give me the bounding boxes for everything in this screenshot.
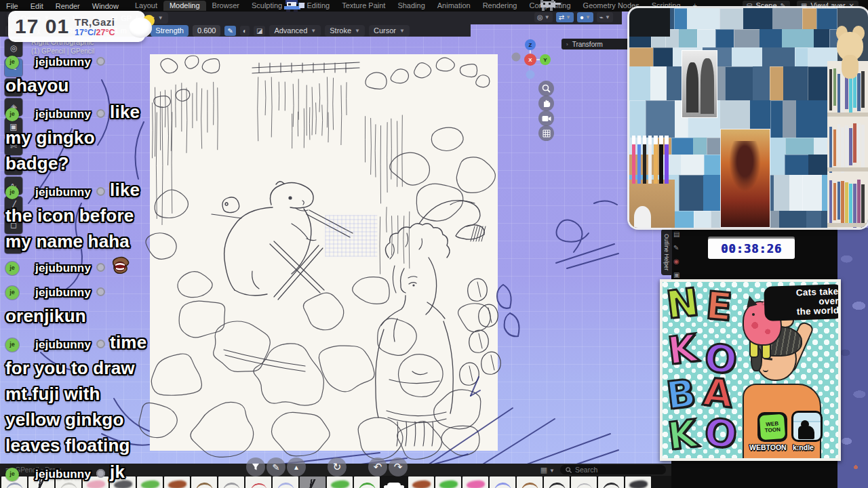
- funnel-button[interactable]: [246, 458, 265, 476]
- chat-avatar[interactable]: je: [5, 468, 19, 481]
- zoom-button[interactable]: [538, 81, 554, 96]
- brush-tile[interactable]: [571, 476, 597, 488]
- axis-gizmo[interactable]: Z Y X: [510, 37, 553, 81]
- brush-tile[interactable]: [327, 476, 353, 488]
- brush-tile[interactable]: [625, 476, 651, 488]
- chat-avatar[interactable]: je: [5, 108, 19, 121]
- temp-high: 27°C: [96, 28, 115, 37]
- outline-helper-tab[interactable]: Outline Helper: [661, 229, 672, 275]
- poster-tile: [762, 47, 796, 68]
- poster-tile: [806, 211, 823, 228]
- collapse-button[interactable]: ▲: [287, 458, 306, 476]
- invert-icon[interactable]: ◐: [240, 26, 250, 36]
- chat-avatar[interactable]: je: [5, 286, 19, 300]
- brush-tile[interactable]: [490, 476, 515, 488]
- brush-tile[interactable]: [544, 476, 570, 488]
- page-icon[interactable]: ▤: [673, 230, 679, 238]
- brush-tile[interactable]: [218, 476, 244, 488]
- artwork-background: NEKOBAKO Cats takeoverthe world: [663, 282, 838, 458]
- scream-emote: [110, 256, 130, 274]
- strength-value[interactable]: 0.600: [193, 25, 221, 37]
- menu-window[interactable]: Window: [86, 2, 125, 10]
- chat-username[interactable]: jejubunny: [35, 338, 91, 351]
- advanced-dropdown[interactable]: Advanced▼: [269, 25, 321, 37]
- menu-render[interactable]: Render: [50, 2, 86, 10]
- brush-tile[interactable]: [164, 476, 190, 488]
- chat-avatar[interactable]: je: [5, 338, 19, 352]
- brush-tile[interactable]: [300, 476, 326, 488]
- redo-button[interactable]: ↷: [389, 458, 408, 476]
- brush-tile[interactable]: [435, 476, 461, 488]
- brush-tile[interactable]: [381, 476, 407, 488]
- edit-button[interactable]: ✎: [267, 458, 285, 476]
- panel-icon-column: ▤ ✎ ◉ ▣: [673, 230, 679, 279]
- camera-view-button[interactable]: [538, 110, 554, 126]
- tab-texture-paint[interactable]: Texture Paint: [336, 1, 391, 11]
- brush-tile[interactable]: [354, 476, 380, 488]
- tab-layout[interactable]: Layout: [129, 1, 163, 11]
- overlay-icon[interactable]: ⌁▼: [597, 12, 613, 22]
- world-icon[interactable]: ◉: [673, 258, 679, 265]
- artwork-letter: K: [666, 415, 700, 456]
- brush-tile[interactable]: [191, 476, 217, 488]
- brush-icon[interactable]: ✎: [673, 244, 679, 251]
- chat-username[interactable]: jejubunny: [35, 286, 91, 299]
- search-input[interactable]: Search: [560, 465, 666, 474]
- pan-button[interactable]: [538, 96, 554, 111]
- chat-avatar[interactable]: je: [5, 56, 19, 69]
- strength-toggle[interactable]: Strength: [151, 25, 189, 37]
- tab-animation[interactable]: Animation: [431, 1, 477, 11]
- poster-tile: [693, 138, 708, 156]
- tab-shading[interactable]: Shading: [391, 1, 431, 11]
- menu-file[interactable]: File: [0, 2, 24, 10]
- book-spine: [857, 180, 861, 226]
- refresh-button[interactable]: ↻: [328, 458, 347, 476]
- chat-username[interactable]: jejubunny: [35, 468, 91, 481]
- tab-browser[interactable]: Browser: [206, 1, 245, 11]
- chat-username[interactable]: jejubunny: [35, 262, 91, 274]
- chat-username[interactable]: jejubunny: [35, 108, 91, 121]
- display-mode-icon[interactable]: ▦ ▼: [540, 466, 555, 474]
- monitor-icon[interactable]: ▣: [673, 271, 679, 279]
- brush-icon[interactable]: ✎: [224, 26, 235, 36]
- brush-tile[interactable]: [245, 476, 271, 488]
- brush-tile[interactable]: [517, 476, 542, 488]
- brush-tile[interactable]: [462, 476, 488, 488]
- tab-modeling[interactable]: Modeling: [163, 1, 206, 11]
- annotate-icon[interactable]: ◎▼: [534, 12, 553, 22]
- undo-button[interactable]: ↶: [368, 458, 387, 476]
- brush-tile[interactable]: [598, 476, 624, 488]
- stroke-dropdown[interactable]: Stroke▼: [325, 25, 365, 37]
- webtoon-app-icon: WEB TOON: [757, 412, 787, 442]
- poster-tile: [629, 66, 652, 102]
- magnifier-icon: [542, 84, 551, 93]
- transform-panel-tab[interactable]: › Transform: [561, 39, 635, 49]
- book-spine: [837, 74, 841, 116]
- chat-username[interactable]: jejubunny: [35, 56, 91, 68]
- texture-icon[interactable]: ◪: [254, 26, 265, 36]
- brush-tile[interactable]: [408, 476, 434, 488]
- chat-username[interactable]: jejubunny: [35, 186, 91, 199]
- poster-tile: [650, 66, 668, 102]
- menu-edit[interactable]: Edit: [24, 2, 50, 10]
- falloff-icon[interactable]: ●▼: [577, 12, 593, 22]
- poster-tile: [671, 138, 694, 156]
- tab-rendering[interactable]: Rendering: [477, 1, 524, 11]
- shelf-board: [827, 167, 868, 171]
- poster-tile: [785, 138, 816, 156]
- axis-z-label: Z: [529, 42, 532, 48]
- book-spine: [833, 183, 837, 220]
- cursor-dropdown[interactable]: Cursor▼: [369, 25, 410, 37]
- snap-icon[interactable]: ⇄▼: [556, 12, 574, 22]
- chat-avatar[interactable]: je: [5, 186, 19, 199]
- brush-tile[interactable]: [273, 476, 298, 488]
- poster-tile: [785, 155, 810, 176]
- chat-avatar[interactable]: je: [5, 262, 19, 275]
- grid-toggle-button[interactable]: [538, 125, 554, 141]
- poster-tile: [779, 211, 808, 228]
- desktop-wallpaper-strip: [837, 228, 868, 488]
- dark-corner: [629, 8, 670, 37]
- drawing-page[interactable]: [150, 54, 498, 451]
- chat-message: jejejubunny: [5, 256, 151, 280]
- kindle-app-icon: [791, 411, 823, 442]
